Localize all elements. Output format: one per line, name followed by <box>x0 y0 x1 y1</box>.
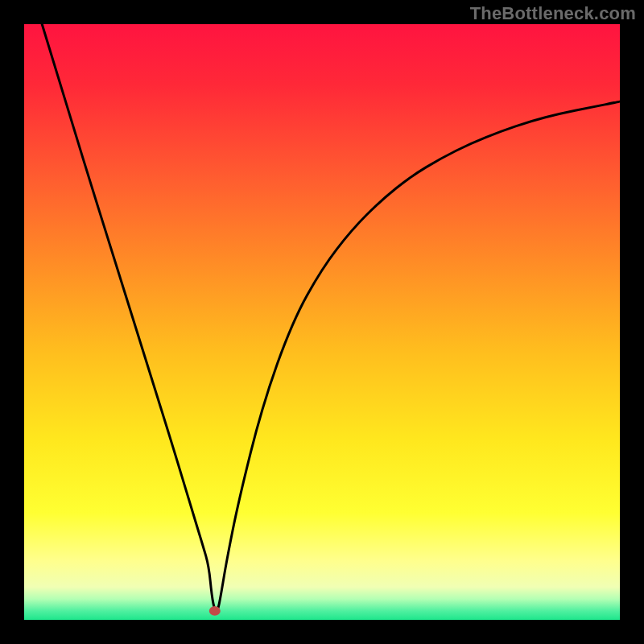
chart-svg <box>24 24 620 620</box>
chart-frame: TheBottleneck.com <box>0 0 644 644</box>
watermark-text: TheBottleneck.com <box>470 3 636 24</box>
plot-area <box>24 24 620 620</box>
optimal-point-marker <box>209 606 221 616</box>
gradient-background <box>24 24 620 620</box>
